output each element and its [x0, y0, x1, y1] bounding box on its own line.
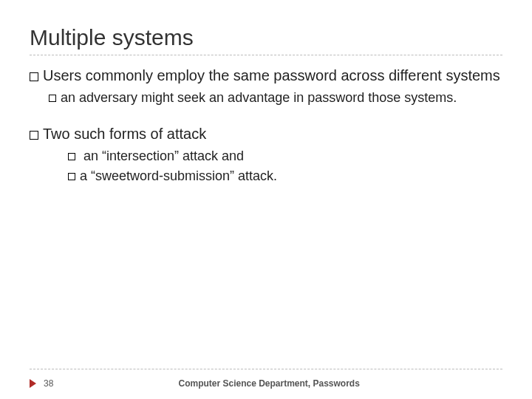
- bullet-1-1-text: an adversary might seek an advantage in …: [61, 90, 457, 105]
- bullet-box-icon: [68, 173, 75, 180]
- bullet-box-icon: [30, 131, 38, 140]
- slide-footer: 38 Computer Science Department, Password…: [30, 378, 502, 389]
- bullet-2-text: Two such forms of attack: [43, 126, 206, 142]
- bullet-1-text: Users commonly employ the same password …: [43, 67, 500, 83]
- bullet-2: Two such forms of attack: [30, 124, 502, 144]
- bullet-2-1: an “intersection” attack and: [68, 147, 502, 165]
- footer-center-text: Computer Science Department, Passwords: [53, 378, 485, 389]
- bullet-1-1: an adversary might seek an advantage in …: [49, 89, 502, 106]
- page-marker-icon: [30, 379, 36, 388]
- title-divider: [30, 55, 502, 55]
- slide: Multiple systems Users commonly employ t…: [0, 0, 532, 399]
- bullet-box-icon: [68, 153, 75, 160]
- slide-title: Multiple systems: [30, 25, 502, 50]
- bullet-box-icon: [49, 95, 56, 102]
- bullet-2-2: a “sweetword-submission” attack.: [68, 167, 502, 185]
- bullet-box-icon: [30, 72, 38, 81]
- bullet-1: Users commonly employ the same password …: [30, 66, 502, 86]
- bullet-2-2-text: a “sweetword-submission” attack.: [80, 168, 277, 183]
- slide-content: Users commonly employ the same password …: [30, 66, 502, 185]
- page-number: 38: [44, 378, 53, 389]
- bullet-2-1-text: an “intersection” attack and: [80, 149, 244, 163]
- footer-divider: [30, 369, 502, 369]
